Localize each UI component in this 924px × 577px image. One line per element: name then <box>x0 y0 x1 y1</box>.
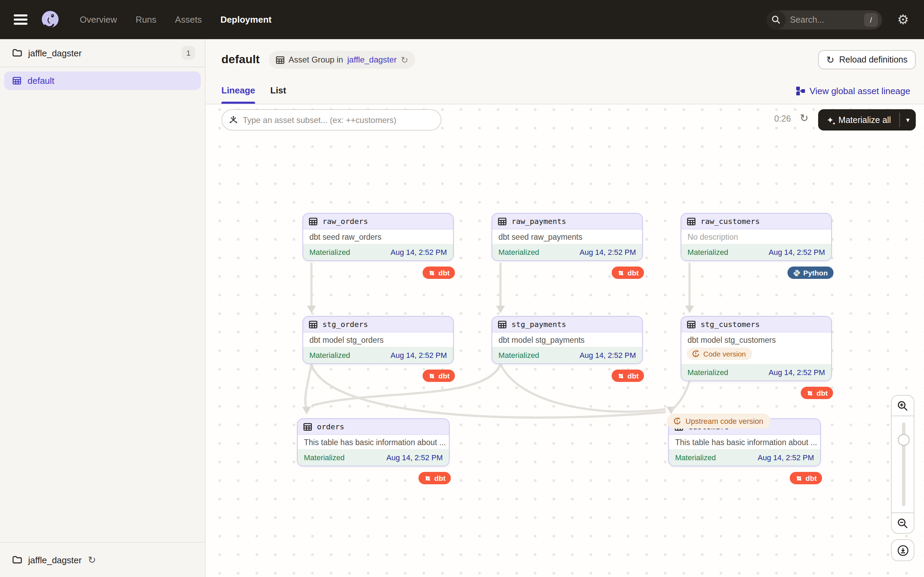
materialized-timestamp: Aug 14, 2:52 PM <box>391 248 447 256</box>
sparkle-icon: ✦ <box>827 116 834 124</box>
settings-gear-icon[interactable]: ⚙ <box>897 13 909 26</box>
table-icon <box>309 320 318 329</box>
materialize-all-button[interactable]: ✦ Materialize all <box>819 109 899 131</box>
zoom-in-button[interactable] <box>891 395 914 416</box>
download-graph-button[interactable] <box>891 539 914 561</box>
asset-status-footer: MaterializedAug 14, 2:52 PM <box>681 364 831 380</box>
reload-definitions-label: Reload definitions <box>839 55 908 64</box>
asset-status-footer: MaterializedAug 14, 2:52 PM <box>681 244 831 260</box>
refresh-group-icon[interactable]: ↻ <box>401 55 409 64</box>
asset-status-footer: MaterializedAug 14, 2:52 PM <box>669 449 820 466</box>
materialized-status: Materialized <box>498 248 540 256</box>
zoom-out-button[interactable] <box>891 513 914 534</box>
materialized-timestamp: Aug 14, 2:52 PM <box>769 368 825 376</box>
table-icon <box>687 217 696 226</box>
materialize-all-split-button: ✦ Materialize all ▾ <box>819 109 916 131</box>
asset-name: raw_orders <box>322 217 368 226</box>
compute-kind-badge-dbt: dbt <box>422 369 455 382</box>
upstream-code-version-badge: Upstream code version <box>667 414 771 429</box>
materialized-status: Materialized <box>309 351 350 359</box>
asset-name: stg_orders <box>322 320 368 329</box>
folder-icon <box>12 49 22 57</box>
repo-link[interactable]: jaffle_dagster <box>347 55 397 64</box>
main-panel: default Asset Group in jaffle_dagster ↻ … <box>205 39 924 577</box>
dbt-logo-icon <box>424 474 431 482</box>
asset-node-raw_payments[interactable]: raw_paymentsdbt seed raw_paymentsMateria… <box>491 213 643 261</box>
lineage-canvas[interactable]: 0:26 ↻ ✦ Materialize all ▾ raw_ordersdbt… <box>205 105 924 577</box>
asset-subset-input[interactable] <box>243 115 434 125</box>
table-icon <box>303 422 312 431</box>
asset-node-orders[interactable]: ordersThis table has basic information a… <box>297 418 450 466</box>
asset-name: raw_payments <box>512 217 566 226</box>
asset-graph-filter-icon <box>229 115 238 125</box>
asset-group-icon <box>12 76 21 85</box>
asset-description: dbt model stg_orders <box>303 332 453 347</box>
asset-group-pill: Asset Group in jaffle_dagster ↻ <box>268 51 415 69</box>
tab-lineage[interactable]: Lineage <box>221 85 255 104</box>
compute-kind-badge-dbt: dbt <box>801 387 833 399</box>
asset-node-stg_customers[interactable]: stg_customersdbt model stg_customersCode… <box>681 316 832 381</box>
nav-item-assets[interactable]: Assets <box>175 15 202 25</box>
materialize-all-label: Materialize all <box>838 115 891 125</box>
nav-item-overview[interactable]: Overview <box>80 15 117 25</box>
reload-definitions-button[interactable]: ↻ Reload definitions <box>818 50 916 69</box>
asset-node-header: raw_payments <box>492 214 642 229</box>
repo-name: jaffle_dagster <box>28 48 175 58</box>
sidebar-repo-row[interactable]: jaffle_dagster 1 <box>0 39 205 67</box>
asset-name: stg_customers <box>701 320 760 329</box>
sidebar-item-label: default <box>27 76 54 86</box>
dbt-logo-icon <box>428 269 436 276</box>
python-logo-icon <box>793 269 801 276</box>
view-global-asset-lineage-link[interactable]: View global asset lineage <box>796 86 910 104</box>
asset-node-raw_orders[interactable]: raw_ordersdbt seed raw_ordersMaterialize… <box>302 213 454 261</box>
table-icon <box>309 217 318 226</box>
footer-repo-name: jaffle_dagster <box>28 555 82 565</box>
asset-status-footer: MaterializedAug 14, 2:52 PM <box>492 347 642 363</box>
materialized-timestamp: Aug 14, 2:52 PM <box>580 351 636 359</box>
materialized-timestamp: Aug 14, 2:52 PM <box>386 453 443 462</box>
materialize-dropdown-button[interactable]: ▾ <box>900 109 916 131</box>
nav-item-runs[interactable]: Runs <box>136 15 157 25</box>
dbt-logo-icon <box>617 269 625 276</box>
refresh-graph-icon[interactable]: ↻ <box>800 113 809 124</box>
asset-node-stg_orders[interactable]: stg_ordersdbt model stg_ordersMaterializ… <box>302 316 454 364</box>
zoom-slider-handle[interactable] <box>898 434 909 446</box>
table-icon <box>498 217 507 226</box>
compute-kind-badge-dbt: dbt <box>418 472 451 484</box>
asset-node-stg_payments[interactable]: stg_paymentsdbt model stg_paymentsMateri… <box>491 316 643 364</box>
asset-group-icon <box>275 55 284 64</box>
materialized-status: Materialized <box>675 453 716 462</box>
code-version-icon <box>691 350 700 358</box>
graph-timer-group: 0:26 ↻ <box>774 113 809 124</box>
top-nav: Overview Runs Assets Deployment / ⚙ <box>0 0 924 39</box>
materialized-timestamp: Aug 14, 2:52 PM <box>391 351 447 359</box>
materialized-timestamp: Aug 14, 2:52 PM <box>758 453 814 462</box>
search-input[interactable] <box>786 15 864 24</box>
zoom-out-icon <box>897 517 908 529</box>
asset-subset-filter[interactable] <box>221 109 441 131</box>
table-icon <box>498 320 507 329</box>
asset-status-footer: MaterializedAug 14, 2:52 PM <box>303 347 453 363</box>
zoom-slider[interactable] <box>891 416 914 513</box>
asset-node-header: orders <box>298 419 449 435</box>
asset-name: orders <box>317 422 344 431</box>
asset-name: stg_payments <box>512 320 566 329</box>
reload-repo-icon[interactable]: ↻ <box>88 555 96 565</box>
code-version-badge: Code version <box>687 348 752 360</box>
menu-icon[interactable] <box>14 15 27 25</box>
refresh-timer: 0:26 <box>774 114 791 123</box>
main-header: default Asset Group in jaffle_dagster ↻ … <box>221 50 916 70</box>
dagster-logo-icon[interactable] <box>40 9 60 30</box>
nav-items: Overview Runs Assets Deployment <box>80 15 271 25</box>
materialized-status: Materialized <box>309 248 350 256</box>
tab-list[interactable]: List <box>270 85 286 104</box>
global-lineage-label: View global asset lineage <box>809 86 910 96</box>
nav-item-deployment[interactable]: Deployment <box>220 15 271 25</box>
sidebar-item-default-group[interactable]: default <box>4 71 201 90</box>
asset-description: This table has basic information about .… <box>298 435 449 449</box>
asset-node-raw_customers[interactable]: raw_customersNo descriptionMaterializedA… <box>681 213 832 261</box>
global-search[interactable]: / <box>767 10 882 29</box>
asset-node-header: raw_customers <box>681 214 831 229</box>
materialized-status: Materialized <box>688 248 729 256</box>
search-icon <box>767 10 786 29</box>
